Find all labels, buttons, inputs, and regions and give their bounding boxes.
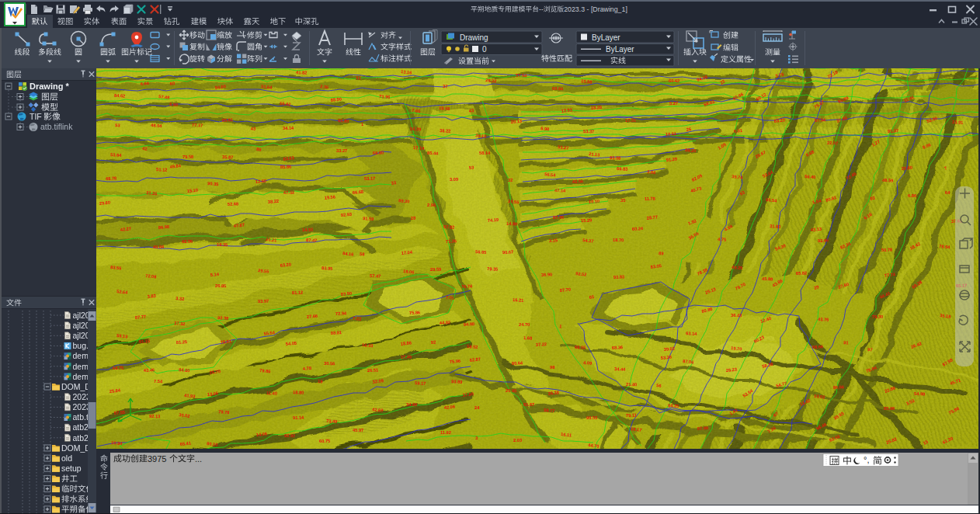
- svg-text:33.27: 33.27: [336, 148, 347, 153]
- svg-text:57.55: 57.55: [114, 410, 126, 415]
- svg-text:3.15: 3.15: [549, 238, 558, 243]
- svg-text:27.66: 27.66: [307, 314, 318, 319]
- svg-text:87.36: 87.36: [553, 215, 564, 220]
- svg-text:3: 3: [475, 436, 478, 440]
- svg-text:ByLayer: ByLayer: [592, 33, 620, 42]
- svg-text:98: 98: [550, 365, 554, 370]
- svg-text:69.84: 69.84: [552, 86, 564, 91]
- svg-text:34.44: 34.44: [614, 366, 626, 372]
- svg-text:92.93: 92.93: [341, 212, 353, 217]
- svg-text:4.75: 4.75: [718, 237, 726, 242]
- svg-text:81.25: 81.25: [176, 339, 188, 345]
- svg-text:64.75: 64.75: [113, 366, 123, 370]
- svg-text:92: 92: [431, 339, 436, 345]
- svg-text:19: 19: [318, 379, 323, 384]
- svg-text:Drawing *: Drawing *: [30, 82, 69, 91]
- svg-text:31.26: 31.26: [146, 190, 158, 196]
- svg-text:87.47: 87.47: [306, 238, 318, 243]
- svg-text:5.27: 5.27: [669, 101, 678, 106]
- svg-text:3975: 3975: [148, 454, 166, 464]
- svg-text:86.98: 86.98: [158, 224, 170, 230]
- svg-text:22.07: 22.07: [827, 141, 838, 145]
- svg-text:23.91: 23.91: [952, 120, 964, 125]
- svg-text:59.17: 59.17: [415, 380, 426, 386]
- svg-text:68.80: 68.80: [373, 151, 384, 155]
- svg-text:32: 32: [508, 177, 513, 182]
- svg-text:11.40: 11.40: [266, 391, 277, 396]
- svg-text:72.94: 72.94: [335, 311, 347, 316]
- svg-text:54.05: 54.05: [286, 341, 297, 346]
- svg-text:63.14: 63.14: [686, 331, 697, 336]
- svg-text:43.13: 43.13: [811, 227, 822, 232]
- svg-text:73.96: 73.96: [379, 94, 391, 99]
- svg-text:93: 93: [356, 75, 361, 81]
- svg-text:16.33: 16.33: [362, 342, 374, 348]
- svg-text:0: 0: [482, 45, 487, 54]
- svg-text:37.22: 37.22: [536, 342, 547, 347]
- svg-text:41.82: 41.82: [296, 70, 308, 75]
- svg-text:26.51: 26.51: [367, 368, 378, 373]
- svg-text:42.56: 42.56: [572, 179, 583, 184]
- svg-text:56: 56: [656, 383, 662, 388]
- svg-text:--: --: [539, 5, 544, 13]
- svg-text:91.15: 91.15: [139, 339, 151, 344]
- svg-text:87.77: 87.77: [135, 314, 147, 320]
- svg-text:ajl20: ajl20: [73, 331, 90, 340]
- svg-text:64: 64: [945, 190, 950, 195]
- svg-text:4.09: 4.09: [583, 360, 592, 366]
- svg-text:26.85: 26.85: [215, 283, 226, 288]
- svg-text:92.66: 92.66: [818, 238, 829, 243]
- svg-text:...: ...: [195, 454, 202, 464]
- svg-text:33: 33: [391, 180, 396, 186]
- svg-text:45.88: 45.88: [762, 276, 773, 281]
- svg-text:86: 86: [256, 147, 262, 152]
- svg-text:6.66: 6.66: [141, 81, 150, 86]
- svg-text:42: 42: [142, 146, 148, 151]
- svg-text:21.40: 21.40: [626, 382, 637, 387]
- svg-text:65: 65: [589, 294, 594, 300]
- svg-text:86.66: 86.66: [833, 384, 845, 390]
- svg-text:47.32: 47.32: [283, 190, 294, 195]
- svg-text:36.90: 36.90: [541, 272, 553, 277]
- svg-text:75.86: 75.86: [409, 310, 421, 315]
- svg-text:84.62: 84.62: [114, 93, 125, 98]
- svg-text:77.17: 77.17: [192, 123, 203, 127]
- svg-text:88.20: 88.20: [685, 148, 697, 153]
- svg-text:18.28: 18.28: [591, 105, 603, 110]
- svg-text:43: 43: [251, 126, 256, 131]
- svg-text:81.67: 81.67: [523, 402, 534, 407]
- svg-text:67.82: 67.82: [443, 224, 455, 230]
- svg-text:24.70: 24.70: [519, 322, 530, 327]
- svg-text:DOM_D: DOM_D: [61, 382, 91, 391]
- svg-text:49.25: 49.25: [732, 265, 743, 270]
- svg-text:54.98: 54.98: [914, 391, 925, 396]
- svg-text:ByLayer: ByLayer: [606, 45, 634, 54]
- svg-text:93.83: 93.83: [613, 274, 625, 280]
- svg-text:37: 37: [443, 84, 448, 89]
- svg-text:53.64: 53.64: [110, 152, 122, 158]
- svg-text:1.68: 1.68: [523, 335, 532, 341]
- svg-text:3.32: 3.32: [175, 296, 185, 301]
- svg-text:12.60: 12.60: [255, 179, 267, 184]
- svg-text:atb.ti: atb.ti: [73, 412, 91, 422]
- svg-text:5.50: 5.50: [169, 102, 179, 107]
- svg-text:10.10: 10.10: [589, 199, 600, 204]
- svg-text:2.03: 2.03: [513, 438, 522, 443]
- svg-text:47.14: 47.14: [554, 188, 566, 193]
- svg-text:83.95: 83.95: [321, 266, 333, 271]
- svg-text:79.86: 79.86: [259, 368, 271, 373]
- svg-text:65.80: 65.80: [338, 118, 349, 123]
- svg-text:80.64: 80.64: [512, 360, 523, 366]
- svg-text:15.29: 15.29: [581, 218, 592, 223]
- svg-text:68.66: 68.66: [812, 345, 823, 349]
- svg-text:18.70: 18.70: [613, 238, 624, 242]
- svg-text:56.29: 56.29: [410, 127, 421, 131]
- svg-text:14.93: 14.93: [302, 227, 313, 232]
- svg-text:ajl20: ajl20: [73, 311, 90, 320]
- svg-text:42.96: 42.96: [182, 239, 193, 244]
- svg-text:79.78: 79.78: [218, 409, 230, 415]
- svg-text:43: 43: [468, 108, 474, 113]
- svg-text:40.84: 40.84: [153, 245, 165, 249]
- svg-text:94.98: 94.98: [464, 321, 475, 327]
- svg-text:58: 58: [360, 252, 365, 256]
